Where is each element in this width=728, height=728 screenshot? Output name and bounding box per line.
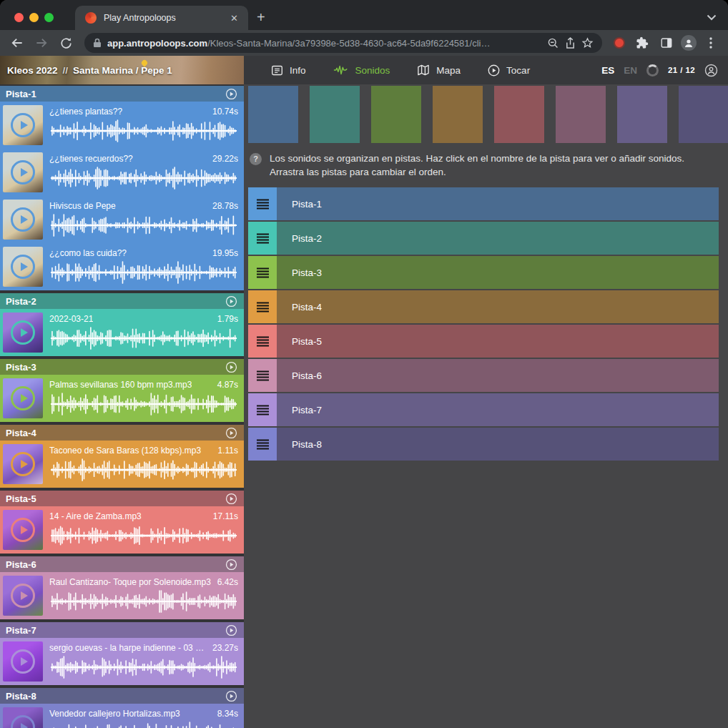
track-row-bar[interactable]: Pista-6: [277, 359, 719, 392]
browser-menu-kebab-icon[interactable]: [701, 33, 721, 53]
clip-thumbnail[interactable]: [3, 641, 43, 682]
audio-clip[interactable]: ¿¿tienes plantas?? 10.74s: [0, 102, 244, 149]
track-header[interactable]: Pista-2: [0, 293, 244, 309]
track-play-button-icon[interactable]: [225, 361, 237, 373]
track-play-button-icon[interactable]: [225, 427, 237, 439]
track-color-swatch[interactable]: [371, 86, 421, 143]
track-play-button-icon[interactable]: [225, 559, 237, 571]
clip-thumbnail[interactable]: [3, 444, 43, 484]
browser-tab[interactable]: Play Antropoloops ✕: [75, 6, 248, 30]
track-row-bar[interactable]: Pista-4: [277, 290, 719, 323]
track-play-button-icon[interactable]: [225, 295, 237, 308]
address-bar[interactable]: app.antropoloops.com/Kleos-Santa-Marina/…: [84, 33, 602, 53]
clip-play-triangle-icon[interactable]: [21, 262, 28, 271]
share-icon[interactable]: [565, 37, 576, 49]
track-row-bar[interactable]: Pista-1: [277, 187, 719, 220]
close-window-button[interactable]: [14, 13, 24, 22]
clip-play-triangle-icon[interactable]: [21, 394, 28, 403]
clip-thumbnail[interactable]: [3, 313, 43, 353]
audio-clip[interactable]: ¿¿como las cuida?? 19.95s: [0, 243, 244, 290]
track-row-bar[interactable]: Pista-7: [277, 393, 719, 426]
zoom-out-icon[interactable]: [547, 37, 559, 49]
bookmark-star-icon[interactable]: [581, 37, 594, 49]
breadcrumb[interactable]: Kleos 2022 // Santa Marina / Pepe 1: [0, 56, 244, 84]
tab-tocar[interactable]: Tocar: [476, 56, 541, 84]
drag-handle-icon[interactable]: [248, 359, 277, 392]
url-text[interactable]: app.antropoloops.com/Kleos-Santa-Marina/…: [107, 38, 541, 49]
audio-clip[interactable]: 14 - Aire de Zamba.mp3 17.11s: [0, 506, 244, 554]
clip-thumbnail[interactable]: [3, 247, 43, 287]
track-row-bar[interactable]: Pista-3: [277, 256, 719, 289]
track-color-swatch[interactable]: [617, 86, 667, 143]
track-row[interactable]: Pista-5: [248, 325, 719, 358]
track-row[interactable]: Pista-7: [248, 393, 719, 426]
side-panel-icon[interactable]: [656, 33, 677, 53]
breadcrumb-project[interactable]: Kleos 2022: [7, 65, 58, 76]
audio-clip[interactable]: Vendedor callejero Hortalizas.mp3 8.34s: [0, 704, 244, 728]
language-es[interactable]: ES: [601, 65, 614, 76]
drag-handle-icon[interactable]: [248, 187, 277, 220]
tab-search-chevron-icon[interactable]: [707, 10, 717, 21]
browser-profile-avatar[interactable]: [681, 35, 697, 51]
clip-thumbnail[interactable]: [3, 152, 43, 192]
new-tab-button[interactable]: +: [257, 9, 265, 26]
clip-thumbnail[interactable]: [3, 576, 43, 616]
audio-clip[interactable]: Taconeo de Sara Baras (128 kbps).mp3 1.1…: [0, 441, 244, 488]
audio-clip[interactable]: 2022-03-21 1.79s: [0, 309, 244, 356]
track-row-bar[interactable]: Pista-2: [277, 222, 719, 255]
track-row-bar[interactable]: Pista-5: [277, 325, 719, 358]
audio-clip[interactable]: Raul Cantizano- Toque por Solenoide.mp3 …: [0, 572, 244, 619]
track-color-swatch[interactable]: [248, 86, 298, 143]
track-row[interactable]: Pista-6: [248, 359, 719, 392]
tab-sonidos[interactable]: Sonidos: [322, 56, 402, 84]
clip-thumbnail[interactable]: [3, 378, 43, 418]
clip-play-triangle-icon[interactable]: [21, 215, 28, 224]
clip-thumbnail[interactable]: [3, 200, 43, 240]
clip-play-triangle-icon[interactable]: [21, 657, 28, 666]
drag-handle-icon[interactable]: [248, 256, 277, 289]
clip-thumbnail[interactable]: [3, 510, 43, 550]
clip-play-triangle-icon[interactable]: [21, 526, 28, 534]
tab-mapa[interactable]: Mapa: [405, 56, 472, 84]
account-icon[interactable]: [704, 64, 718, 77]
lock-icon[interactable]: [93, 38, 102, 48]
track-color-swatch[interactable]: [433, 86, 483, 143]
track-color-swatch[interactable]: [310, 86, 360, 143]
reload-icon[interactable]: [56, 33, 76, 53]
track-color-swatch[interactable]: [679, 86, 728, 143]
track-color-swatch[interactable]: [556, 86, 606, 143]
clip-thumbnail[interactable]: [3, 707, 43, 728]
track-row[interactable]: Pista-3: [248, 256, 719, 289]
track-row[interactable]: Pista-8: [248, 428, 719, 461]
tab-close-icon[interactable]: ✕: [227, 11, 241, 25]
extensions-puzzle-icon[interactable]: [632, 33, 652, 53]
clip-play-triangle-icon[interactable]: [21, 591, 28, 600]
track-row[interactable]: Pista-2: [248, 222, 719, 255]
track-header[interactable]: Pista-4: [0, 425, 244, 441]
track-row[interactable]: Pista-4: [248, 290, 719, 323]
audio-clip[interactable]: ¿¿tienes recuerdos?? 29.22s: [0, 149, 244, 196]
language-en[interactable]: EN: [624, 65, 637, 76]
track-row[interactable]: Pista-1: [248, 187, 719, 220]
clip-play-triangle-icon[interactable]: [21, 328, 28, 337]
tab-info[interactable]: Info: [260, 56, 318, 84]
drag-handle-icon[interactable]: [248, 428, 277, 461]
audio-clip[interactable]: sergio cuevas - la harpe indienne - 03 -…: [0, 638, 244, 685]
drag-handle-icon[interactable]: [248, 222, 277, 255]
track-header[interactable]: Pista-8: [0, 688, 244, 704]
clip-play-triangle-icon[interactable]: [21, 723, 28, 728]
audio-clip[interactable]: Palmas sevillanas 160 bpm mp3.mp3 4.87s: [0, 375, 244, 422]
track-header[interactable]: Pista-7: [0, 622, 244, 638]
forward-icon[interactable]: [31, 33, 51, 53]
track-header[interactable]: Pista-5: [0, 491, 244, 506]
track-header[interactable]: Pista-3: [0, 359, 244, 375]
track-play-button-icon[interactable]: [225, 88, 237, 100]
back-icon[interactable]: [7, 33, 27, 53]
drag-handle-icon[interactable]: [248, 393, 277, 426]
track-header[interactable]: Pista-1: [0, 86, 244, 102]
audio-clip[interactable]: Hiviscus de Pepe 28.78s: [0, 196, 244, 243]
recording-extension-icon[interactable]: [614, 37, 625, 49]
clip-play-triangle-icon[interactable]: [21, 168, 28, 177]
clip-play-triangle-icon[interactable]: [21, 460, 28, 468]
track-play-button-icon[interactable]: [225, 493, 237, 505]
